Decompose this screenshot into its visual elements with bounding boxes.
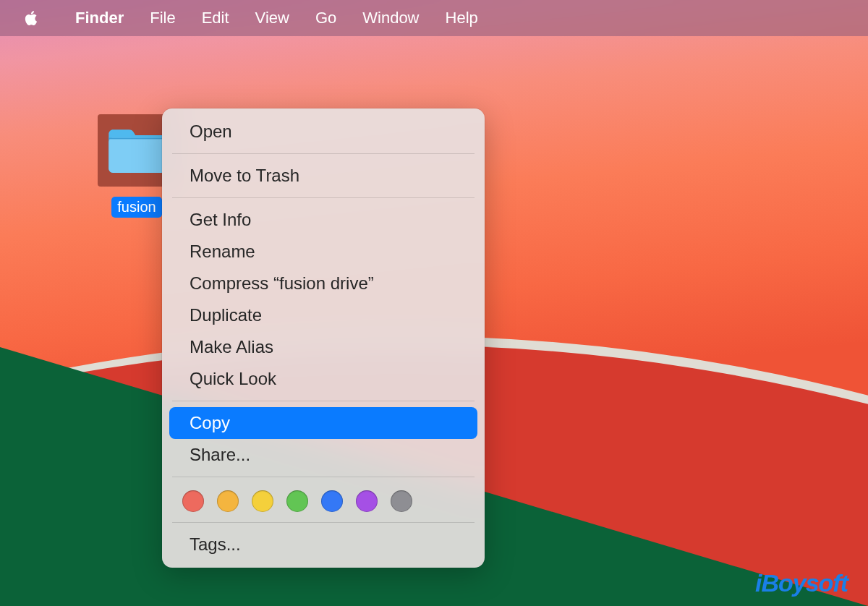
menu-separator (172, 153, 475, 154)
svg-rect-1 (109, 137, 165, 139)
apple-logo-icon[interactable] (22, 9, 41, 27)
menu-item-trash[interactable]: Move to Trash (169, 160, 477, 192)
context-menu: OpenMove to TrashGet InfoRenameCompress … (162, 108, 485, 568)
menu-item-alias[interactable]: Make Alias (169, 331, 477, 363)
tag-color-row (162, 483, 485, 516)
menubar-help[interactable]: Help (433, 9, 491, 27)
watermark: iBoysoft (755, 569, 848, 597)
menu-separator (172, 522, 475, 523)
menubar-window[interactable]: Window (349, 9, 432, 27)
tag-dot-2[interactable] (252, 490, 273, 512)
menu-item-getinfo[interactable]: Get Info (169, 204, 477, 236)
tag-dot-3[interactable] (286, 490, 308, 512)
menu-item-tags[interactable]: Tags... (169, 529, 477, 560)
menu-item-compress[interactable]: Compress “fusion drive” (169, 268, 477, 299)
menu-item-open[interactable]: Open (169, 116, 477, 148)
menubar-view[interactable]: View (242, 9, 302, 27)
desktop: Finder File Edit View Go Window Help fus… (0, 0, 868, 606)
menu-item-duplicate[interactable]: Duplicate (169, 299, 477, 331)
folder-icon (105, 125, 169, 176)
folder-label: fusion (111, 197, 161, 218)
menubar-edit[interactable]: Edit (189, 9, 242, 27)
menubar-app-name[interactable]: Finder (62, 9, 137, 27)
tag-dot-1[interactable] (217, 490, 239, 512)
menu-separator (172, 197, 475, 198)
menu-item-copy[interactable]: Copy (169, 407, 477, 439)
menu-item-quicklook[interactable]: Quick Look (169, 363, 477, 395)
tag-dot-0[interactable] (182, 490, 204, 512)
tag-dot-6[interactable] (391, 490, 412, 512)
menubar: Finder File Edit View Go Window Help (0, 0, 868, 36)
tag-dot-4[interactable] (321, 490, 343, 512)
menu-separator (172, 477, 475, 477)
tag-dot-5[interactable] (356, 490, 378, 512)
menu-item-share[interactable]: Share... (169, 439, 477, 471)
menubar-go[interactable]: Go (302, 9, 349, 27)
menu-item-rename[interactable]: Rename (169, 236, 477, 268)
menu-separator (172, 401, 475, 401)
menubar-file[interactable]: File (137, 9, 188, 27)
